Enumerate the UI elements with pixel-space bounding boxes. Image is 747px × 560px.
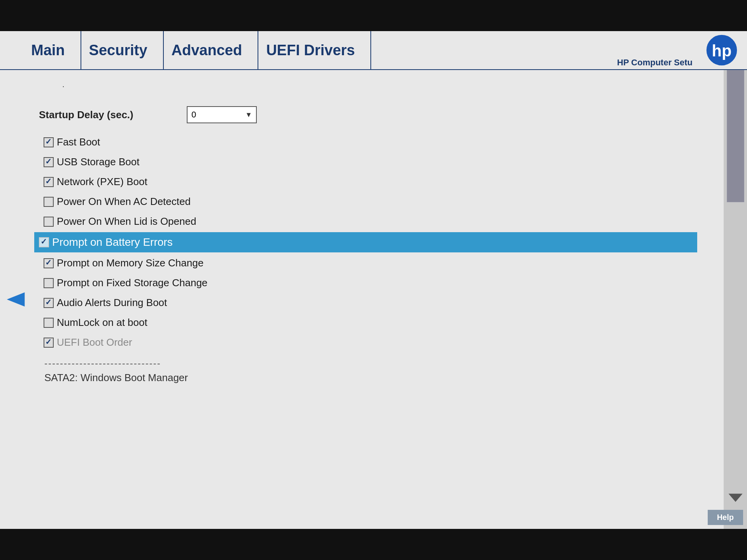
cb-power-on-ac: [44, 197, 54, 207]
svg-text:hp: hp: [712, 42, 732, 60]
startup-delay-select[interactable]: 0 ▼: [187, 106, 257, 123]
label-prompt-fixed-storage: Prompt on Fixed Storage Change: [57, 277, 207, 289]
cb-uefi-boot-order: [44, 338, 54, 348]
hp-brand-text: HP Computer Setu: [617, 58, 693, 68]
label-fast-boot: Fast Boot: [57, 136, 100, 148]
item-prompt-battery-errors[interactable]: Prompt on Battery Errors: [34, 232, 697, 252]
cb-prompt-fixed-storage: [44, 278, 54, 288]
cb-audio-alerts-boot: [44, 298, 54, 308]
item-usb-storage-boot[interactable]: USB Storage Boot: [39, 153, 693, 171]
cb-numlock-boot: [44, 318, 54, 328]
startup-delay-value: 0: [191, 110, 196, 120]
item-network-pxe-boot[interactable]: Network (PXE) Boot: [39, 173, 693, 191]
cb-network-pxe-boot: [44, 177, 54, 187]
content-area: · Startup Delay (sec.) 0 ▼ Fast Boot USB…: [0, 70, 747, 529]
label-numlock-boot: NumLock on at boot: [57, 317, 147, 329]
item-fast-boot[interactable]: Fast Boot: [39, 133, 693, 151]
dot-marker: ·: [62, 82, 693, 91]
item-prompt-memory-size[interactable]: Prompt on Memory Size Change: [39, 254, 693, 272]
label-power-on-ac: Power On When AC Detected: [57, 196, 191, 208]
label-audio-alerts-boot: Audio Alerts During Boot: [57, 297, 167, 309]
cb-usb-storage-boot: [44, 157, 54, 167]
label-prompt-memory-size: Prompt on Memory Size Change: [57, 257, 203, 269]
svg-marker-3: [728, 494, 742, 502]
item-prompt-fixed-storage[interactable]: Prompt on Fixed Storage Change: [39, 274, 693, 292]
item-numlock-boot[interactable]: NumLock on at boot: [39, 313, 693, 332]
scrollbar-down-arrow[interactable]: [727, 490, 744, 506]
cb-power-on-lid: [44, 217, 54, 227]
label-prompt-battery-errors: Prompt on Battery Errors: [52, 236, 173, 248]
cb-fast-boot: [44, 137, 54, 147]
startup-delay-label: Startup Delay (sec.): [39, 109, 187, 121]
startup-delay-row: Startup Delay (sec.) 0 ▼: [39, 106, 693, 123]
item-uefi-boot-order[interactable]: UEFI Boot Order: [39, 333, 693, 352]
item-audio-alerts-boot[interactable]: Audio Alerts During Boot: [39, 294, 693, 312]
tab-advanced[interactable]: Advanced: [164, 31, 259, 69]
tab-security[interactable]: Security: [81, 31, 164, 69]
tab-main[interactable]: Main: [23, 31, 81, 69]
label-uefi-boot-order: UEFI Boot Order: [57, 336, 132, 348]
tab-uefi-drivers[interactable]: UEFI Drivers: [258, 31, 371, 69]
help-button[interactable]: Help: [708, 510, 743, 525]
label-network-pxe-boot: Network (PXE) Boot: [57, 176, 147, 188]
scrollbar[interactable]: [724, 70, 747, 529]
main-content: · Startup Delay (sec.) 0 ▼ Fast Boot USB…: [0, 70, 724, 529]
nav-bar: Main Security Advanced UEFI Drivers HP C…: [0, 31, 747, 70]
label-usb-storage-boot: USB Storage Boot: [57, 156, 139, 168]
select-dropdown-arrow: ▼: [245, 111, 252, 119]
cb-prompt-battery-errors: [39, 237, 49, 247]
hp-logo: hp: [696, 31, 747, 69]
scrollbar-thumb[interactable]: [727, 70, 744, 202]
cb-prompt-memory-size: [44, 258, 54, 268]
label-power-on-lid: Power On When Lid is Opened: [57, 215, 196, 228]
item-power-on-lid[interactable]: Power On When Lid is Opened: [39, 212, 693, 231]
divider: ------------------------------: [44, 358, 693, 369]
boot-entry: SATA2: Windows Boot Manager: [44, 372, 693, 384]
item-power-on-ac[interactable]: Power On When AC Detected: [39, 192, 693, 211]
